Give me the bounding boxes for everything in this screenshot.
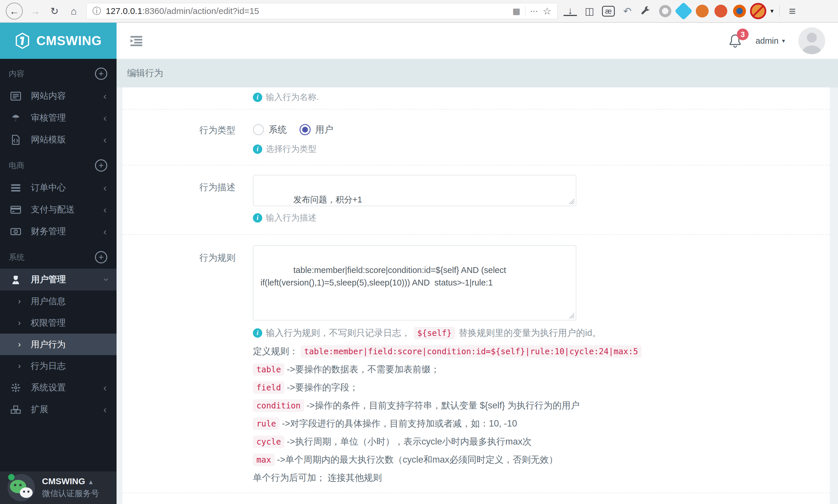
bookmark-star-icon[interactable]: ☆: [543, 5, 552, 17]
sidebar-item-label: 用户管理: [31, 273, 95, 286]
sidebar-section-content: 内容 +: [0, 59, 117, 85]
row-description: 行为描述 发布问题，积分+1 i 输入行为描述: [122, 165, 830, 234]
sidebar-subitem-permissions[interactable]: › 权限管理: [0, 312, 117, 334]
sidebar-item-user-management[interactable]: 用户管理 ‹: [0, 269, 117, 290]
sidebar-item-review[interactable]: ☂ 审核管理 ‹: [0, 107, 117, 129]
description-textarea[interactable]: 发布问题，积分+1: [253, 175, 576, 206]
caret-up-icon: ▲: [88, 479, 94, 486]
site-info-icon[interactable]: ⓘ: [92, 5, 101, 17]
radio-system[interactable]: [253, 124, 264, 135]
row-action-name-hint: i 输入行为名称.: [122, 87, 830, 109]
brand-logo[interactable]: CMSWING: [0, 23, 117, 59]
section-label: 电商: [9, 160, 24, 171]
sidebar-subitem-user-actions[interactable]: › 用户行为: [0, 334, 117, 355]
max-code: max: [253, 454, 275, 466]
plus-circle-icon[interactable]: +: [95, 68, 107, 80]
developer-tools-button[interactable]: [640, 5, 653, 17]
qr-code-icon[interactable]: ▦: [513, 6, 520, 16]
sidebar-item-label: 网站内容: [31, 90, 95, 102]
sidebar-item-label: 扩展: [31, 403, 95, 415]
sidebar-item-system-settings[interactable]: 系统设置 ‹: [0, 377, 117, 398]
rule-define-line: 定义规则： table:member|field:score|condition…: [253, 345, 818, 358]
back-button[interactable]: ←: [6, 3, 23, 19]
type-radio-group: 系统 用户: [253, 121, 818, 136]
wechat-icon: [7, 474, 35, 501]
chevron-left-icon: ‹: [104, 204, 107, 215]
notification-badge: 3: [737, 29, 749, 40]
url-text[interactable]: 127.0.0.1:8360/admin/action/edit?id=15: [106, 6, 508, 16]
field-def-text: ->要操作的字段；: [287, 382, 358, 392]
chevron-left-icon: ‹: [104, 382, 107, 393]
cycle-def-text: ->执行周期，单位（小时），表示cycle小时内最多执行max次: [287, 436, 532, 447]
page-actions-icon[interactable]: ⋯: [530, 6, 538, 16]
urlbar-divider: [525, 6, 525, 16]
home-button[interactable]: ⌂: [67, 5, 81, 17]
radio-user[interactable]: [300, 124, 310, 135]
sidebar-footer[interactable]: CMSWING ▲ 微信认证服务号: [0, 471, 117, 504]
define-label: 定义规则：: [253, 346, 298, 356]
sidebar-item-label: 财务管理: [31, 226, 95, 237]
sidebar-item-extensions[interactable]: 扩展 ‹: [0, 398, 117, 420]
dictionary-extension-button[interactable]: æ: [602, 6, 615, 17]
sidebar-item-orders[interactable]: 订单中心 ‹: [0, 177, 117, 199]
sidebar-item-label: 网站模版: [31, 134, 95, 146]
sidebar-toggle-button[interactable]: [130, 35, 143, 46]
field-code: field: [253, 381, 284, 394]
radio-option-system[interactable]: 系统: [253, 124, 287, 136]
extension-diamond-icon[interactable]: [675, 2, 693, 20]
firefox-account-icon[interactable]: [733, 5, 746, 17]
avatar-head: [807, 33, 817, 42]
edit-action-form: i 输入行为名称. 行为类型 系统: [122, 87, 830, 504]
resize-grip-icon[interactable]: [569, 313, 575, 319]
cmswing-logo-icon: [15, 33, 30, 49]
rule-textarea[interactable]: table:member|field:score|condition:id=${…: [253, 245, 576, 321]
reload-button[interactable]: ↻: [48, 5, 61, 17]
panel-icon: ◫: [585, 5, 594, 17]
plus-circle-icon[interactable]: +: [95, 251, 107, 263]
sidebar-item-finance[interactable]: 1 财务管理 ‹: [0, 220, 117, 242]
umbrella-icon: ☂: [9, 112, 22, 124]
username: admin: [755, 36, 779, 46]
sidebar-subitem-label: 权限管理: [31, 317, 66, 329]
sidebar-item-payment[interactable]: 支付与配送 ‹: [0, 199, 117, 220]
resize-grip-icon[interactable]: [569, 199, 575, 204]
radio-system-label: 系统: [269, 124, 287, 136]
sidebar-item-site-content[interactable]: 网站内容 ‹: [0, 85, 117, 107]
sidebar-item-templates[interactable]: 网站模版 ‹: [0, 129, 117, 150]
overflow-caret[interactable]: ▾: [770, 7, 773, 15]
browser-menu-button[interactable]: ≡: [786, 5, 799, 18]
description-label: 行为描述: [122, 175, 253, 224]
breadcrumb: 编辑行为: [117, 59, 838, 87]
cubes-icon: [9, 405, 22, 414]
type-label: 行为类型: [122, 121, 253, 155]
user-menu[interactable]: admin ▾: [755, 36, 785, 46]
empty-label: [122, 91, 253, 103]
chevron-right-icon: ›: [18, 340, 21, 349]
blocked-fox-extension-icon[interactable]: [752, 5, 765, 17]
radio-option-user[interactable]: 用户: [300, 124, 333, 136]
sidebar-subitem-user-info[interactable]: › 用户信息: [0, 290, 117, 312]
user-avatar[interactable]: [798, 28, 825, 54]
address-bar[interactable]: ⓘ 127.0.0.1:8360/admin/action/edit?id=15…: [86, 3, 558, 19]
row-action-type: 行为类型 系统 用户: [122, 109, 830, 165]
plus-circle-icon[interactable]: +: [95, 159, 107, 172]
rule-code: rule: [253, 417, 280, 430]
notifications-button[interactable]: 3: [728, 33, 742, 48]
dictionary-icon: æ: [605, 7, 611, 15]
forward-button[interactable]: →: [29, 5, 42, 17]
duckduckgo-extension-icon[interactable]: [714, 5, 727, 17]
sidebar-subitem-action-logs[interactable]: › 行为日志: [0, 355, 117, 377]
condition-code: condition: [253, 399, 304, 412]
downloads-button[interactable]: ↓: [564, 6, 577, 16]
chevron-left-icon: ‹: [104, 404, 107, 415]
browser-toolbar: ← → ↻ ⌂ ⓘ 127.0.0.1:8360/admin/action/ed…: [0, 0, 838, 23]
svg-text:1: 1: [15, 230, 17, 234]
metamask-extension-icon[interactable]: [696, 5, 709, 17]
undo-extension-button[interactable]: ↶: [621, 5, 634, 17]
chevron-left-icon: ‹: [104, 226, 107, 237]
extension-ring-icon[interactable]: [659, 5, 671, 17]
header-bar: 3 admin ▾: [117, 23, 838, 59]
chevron-left-icon: ‹: [104, 90, 107, 102]
money-icon: 1: [9, 228, 22, 235]
sidebar-panel-button[interactable]: ◫: [583, 5, 596, 17]
